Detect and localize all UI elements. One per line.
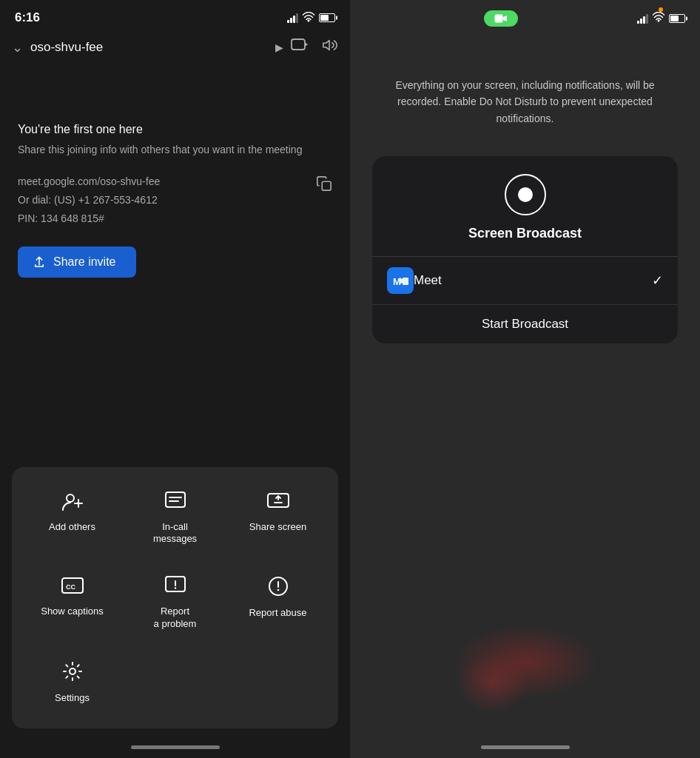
right-battery-icon (669, 14, 685, 23)
menu-item-captions[interactable]: CC Show captions (24, 563, 121, 643)
settings-icon (61, 660, 84, 686)
right-wifi-icon (653, 11, 664, 26)
svg-rect-24 (403, 278, 408, 285)
svg-rect-3 (322, 181, 331, 190)
broadcast-header: Screen Broadcast (372, 156, 678, 256)
report-problem-icon (164, 575, 186, 600)
share-screen-label: Share screen (249, 521, 306, 534)
meeting-url: meet.google.com/oso-shvu-fee (18, 172, 160, 191)
record-button-outer[interactable] (505, 174, 546, 215)
time-display: 6:16 (15, 10, 40, 25)
status-bar-left: 6:16 (0, 0, 350, 31)
home-indicator-right (481, 745, 570, 749)
svg-marker-1 (305, 42, 308, 47)
screen-broadcast-title: Screen Broadcast (468, 226, 582, 241)
menu-item-messages[interactable]: In-callmessages (127, 479, 223, 558)
report-abuse-icon (267, 575, 289, 601)
status-icons (287, 12, 335, 24)
signal-icon (287, 13, 298, 23)
left-panel: 6:16 ⌄ oso-shvu-fee (0, 0, 350, 758)
svg-point-16 (174, 588, 175, 589)
captions-icon: CC (61, 575, 84, 600)
svg-rect-0 (292, 39, 305, 50)
meeting-info-section: You're the first one here Share this joi… (0, 64, 350, 467)
menu-grid: Add others In-callmessages (24, 479, 326, 717)
glow-red (455, 654, 529, 714)
record-button-inner (518, 187, 533, 202)
right-status-icons (637, 11, 685, 26)
menu-item-add-others[interactable]: Add others (24, 479, 121, 558)
meet-app-label: Meet (414, 273, 652, 288)
meeting-link-details: meet.google.com/oso-shvu-fee Or dial: (U… (18, 172, 160, 229)
share-icon (33, 255, 46, 269)
svg-marker-2 (323, 41, 329, 50)
share-screen-icon (266, 491, 290, 515)
start-broadcast-label: Start Broadcast (482, 317, 568, 331)
pin-info: PIN: 134 648 815# (18, 209, 160, 228)
battery-icon (319, 13, 335, 22)
svg-text:CC: CC (66, 583, 75, 591)
first-here-text: You're the first one here (18, 123, 332, 136)
camera-pill-icon (494, 13, 508, 24)
share-invite-label: Share invite (53, 255, 116, 269)
add-others-icon (61, 491, 84, 515)
add-others-label: Add others (49, 521, 95, 534)
right-signal-icon (637, 14, 648, 24)
wifi-icon (303, 12, 314, 24)
chevron-down-icon[interactable]: ⌄ (12, 39, 23, 56)
broadcast-card: Screen Broadcast M Meet ✓ Start Broadcas… (372, 156, 678, 343)
speaker-icon[interactable] (322, 37, 338, 58)
status-bar-right (350, 0, 700, 33)
chevron-right-icon: ▶ (275, 41, 283, 53)
broadcast-info-text: Everything on your screen, including not… (350, 33, 700, 149)
svg-rect-7 (166, 492, 185, 507)
meeting-name: oso-shvu-fee (30, 40, 268, 55)
report-abuse-label: Report abuse (249, 607, 306, 620)
checkmark-icon: ✓ (652, 272, 663, 289)
recording-indicator (659, 7, 663, 12)
dial-info: Or dial: (US) +1 267-553-4612 (18, 191, 160, 209)
menu-item-share-screen[interactable]: Share screen (229, 479, 326, 558)
bottom-menu: Add others In-callmessages (12, 467, 338, 728)
home-indicator-left (131, 745, 220, 749)
svg-point-19 (277, 589, 279, 591)
camera-active-pill (484, 10, 518, 27)
menu-item-settings[interactable]: Settings (24, 648, 121, 717)
meeting-header: ⌄ oso-shvu-fee ▶ (0, 31, 350, 64)
share-invite-button[interactable]: Share invite (18, 246, 136, 278)
meet-app-row[interactable]: M Meet ✓ (372, 257, 678, 305)
share-description: Share this joining info with others that… (18, 142, 332, 158)
copy-icon[interactable] (316, 175, 332, 196)
settings-label: Settings (55, 692, 90, 705)
messages-icon (164, 491, 186, 515)
svg-point-20 (70, 668, 75, 674)
meeting-link-row: meet.google.com/oso-shvu-fee Or dial: (U… (18, 172, 332, 229)
captions-label: Show captions (41, 606, 104, 618)
meet-app-icon: M (387, 267, 414, 294)
start-broadcast-button[interactable]: Start Broadcast (372, 305, 678, 343)
svg-point-4 (67, 494, 74, 502)
header-icons (291, 37, 338, 58)
menu-item-report-problem[interactable]: Reporta problem (127, 563, 223, 643)
camera-flip-icon[interactable] (291, 37, 309, 58)
menu-item-report-abuse[interactable]: Report abuse (229, 563, 326, 643)
report-problem-label: Reporta problem (154, 606, 197, 631)
svg-rect-21 (495, 15, 503, 23)
messages-label: In-callmessages (153, 521, 197, 546)
right-panel: Everything on your screen, including not… (350, 0, 700, 758)
